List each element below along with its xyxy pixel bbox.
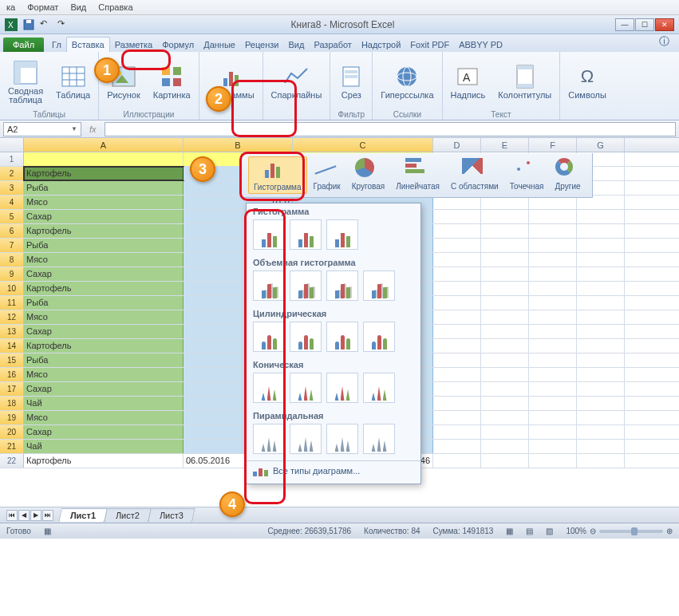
chart-option[interactable] [290,270,322,301]
cell[interactable]: Чай [24,397,184,410]
cell[interactable] [529,339,577,353]
cell[interactable] [433,353,481,367]
col-header-c[interactable]: C [293,138,433,152]
menu-item[interactable]: Вид [70,2,86,12]
chart-option[interactable] [363,424,395,454]
cell[interactable]: Рыба [24,296,184,310]
cell[interactable] [577,310,625,324]
menu-item[interactable]: Справка [98,2,132,12]
cell[interactable] [433,425,481,439]
cell[interactable] [481,210,529,223]
cell[interactable]: Сахар [24,210,184,223]
sheet-tab[interactable]: Лист2 [104,508,152,522]
cell[interactable] [433,296,481,310]
cell[interactable] [529,382,577,396]
cell[interactable] [433,310,481,324]
cell[interactable] [529,440,577,453]
clipart-button[interactable]: Картинка [150,62,194,101]
row-header[interactable]: 18 [0,397,24,410]
sheet-tab[interactable]: Лист1 [58,508,108,522]
tab-developer[interactable]: Разработ [309,38,356,52]
chart-option[interactable] [253,322,285,352]
tab-foxit[interactable]: Foxit PDF [405,38,454,52]
cell[interactable] [481,368,529,381]
table-button[interactable]: Таблица [53,62,93,101]
chart-option[interactable] [253,270,285,301]
help-icon[interactable]: ⓘ [653,31,676,52]
cell[interactable] [529,325,577,338]
cell[interactable] [577,397,625,410]
chart-option[interactable] [290,424,322,454]
cell[interactable] [481,310,529,324]
row-header[interactable]: 17 [0,382,24,396]
tab-review[interactable]: Рецензи [240,38,284,52]
cell[interactable] [433,239,481,252]
cell[interactable]: Картофель [24,339,184,353]
row-header[interactable]: 4 [0,195,24,209]
row-header[interactable]: 22 [0,454,24,468]
chart-option[interactable] [290,322,322,352]
cell[interactable]: Рыба [24,353,184,367]
cell[interactable] [577,296,625,310]
cell[interactable] [529,224,577,238]
cell[interactable]: Мясо [24,195,184,209]
chart-option[interactable] [326,270,358,301]
cell[interactable] [433,253,481,267]
cell[interactable] [24,152,184,166]
cell[interactable] [481,224,529,238]
cell[interactable] [577,282,625,295]
row-header[interactable]: 15 [0,353,24,367]
chart-option[interactable] [290,219,322,250]
cell[interactable] [577,353,625,367]
cell[interactable] [529,411,577,424]
row-header[interactable]: 12 [0,310,24,324]
chart-option[interactable] [253,424,285,454]
chart-option[interactable] [326,373,358,403]
row-header[interactable]: 14 [0,339,24,353]
slicer-button[interactable]: Срез [335,62,367,101]
cell[interactable] [433,267,481,281]
cell[interactable] [433,454,481,468]
chart-option[interactable] [326,219,358,250]
maximize-button[interactable]: ☐ [635,18,654,31]
tab-insert[interactable]: Вставка [66,37,110,52]
cell[interactable] [577,368,625,381]
cell[interactable] [481,253,529,267]
cell[interactable]: Сахар [24,267,184,281]
cell[interactable]: Сахар [24,425,184,439]
cell[interactable] [481,239,529,252]
row-header[interactable]: 6 [0,224,24,238]
pivot-table-button[interactable]: Сводная таблица [5,58,46,106]
cell[interactable] [577,253,625,267]
cell[interactable] [577,440,625,453]
tab-home[interactable]: Гл [47,38,66,52]
cell[interactable] [577,210,625,223]
chart-histogram-button[interactable]: Гистограмма [248,156,307,194]
chart-option[interactable] [326,424,358,454]
col-header-a[interactable]: A [24,138,184,152]
cell[interactable] [433,440,481,453]
cell[interactable] [433,411,481,424]
fx-icon[interactable]: fx [89,124,97,134]
cell[interactable] [481,454,529,468]
textbox-button[interactable]: A Надпись [448,62,489,101]
cell[interactable] [481,440,529,453]
col-header-e[interactable]: E [481,138,529,152]
cell[interactable] [529,425,577,439]
cell[interactable]: Чай [24,440,184,453]
cell[interactable]: Картофель [24,282,184,295]
row-header[interactable]: 20 [0,425,24,439]
tab-data[interactable]: Данные [199,38,240,52]
cell[interactable]: Мясо [24,368,184,381]
cell[interactable] [529,253,577,267]
redo-icon[interactable]: ↷ [57,18,70,31]
chart-option[interactable] [253,219,285,250]
cell[interactable] [481,339,529,353]
cell[interactable] [529,210,577,223]
prev-sheet-button[interactable]: ◀ [18,510,30,521]
cell[interactable] [433,224,481,238]
row-header[interactable]: 10 [0,282,24,295]
cell[interactable] [433,382,481,396]
cell[interactable] [433,368,481,381]
all-chart-types-button[interactable]: Все типы диаграмм... [247,460,420,480]
